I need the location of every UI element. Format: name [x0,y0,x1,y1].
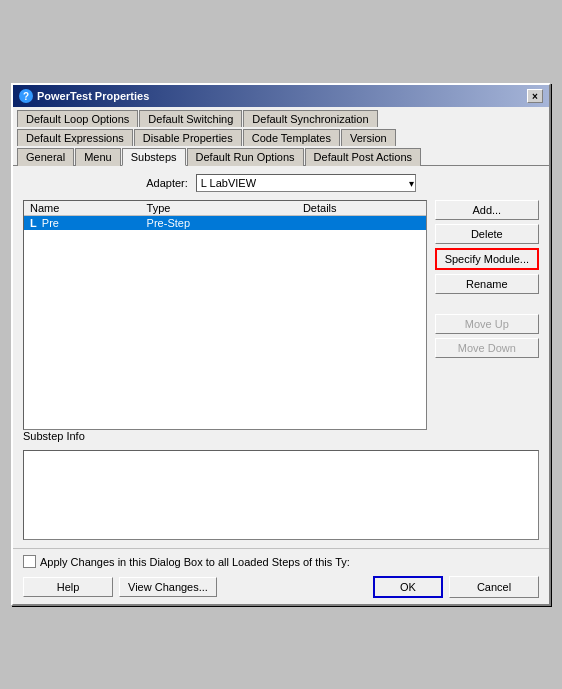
main-area: Name Type Details L Pre Pr [23,200,539,430]
bottom-left-buttons: Help View Changes... [23,577,217,597]
title-bar: ? PowerTest Properties × [13,85,549,107]
col-header-details: Details [297,201,426,216]
move-down-button[interactable]: Move Down [435,338,539,358]
substep-info-label: Substep Info [23,430,539,442]
tab-code-templates[interactable]: Code Templates [243,129,340,146]
button-spacer [435,298,539,310]
tab-default-run-options[interactable]: Default Run Options [187,148,304,166]
main-content: Adapter: L LabVIEW ▾ Name Type [13,166,549,548]
tab-default-post-actions[interactable]: Default Post Actions [305,148,421,166]
bottom-buttons: Help View Changes... OK Cancel [23,576,539,598]
dialog-window: ? PowerTest Properties × Default Loop Op… [11,83,551,606]
tab-default-expressions[interactable]: Default Expressions [17,129,133,146]
tab-rows: Default Loop Options Default Switching D… [13,107,549,166]
row-type-cell: Pre-Step [141,216,297,231]
row-details-cell [297,216,426,231]
title-icon: ? [19,89,33,103]
tab-menu[interactable]: Menu [75,148,121,166]
row-name-cell: L Pre [24,216,141,231]
title-text: PowerTest Properties [37,90,149,102]
adapter-row: Adapter: L LabVIEW ▾ [23,174,539,192]
substeps-table: Name Type Details L Pre Pr [24,201,426,230]
specify-module-button[interactable]: Specify Module... [435,248,539,270]
row-name: Pre [42,217,59,229]
delete-button[interactable]: Delete [435,224,539,244]
view-changes-button[interactable]: View Changes... [119,577,217,597]
cancel-button[interactable]: Cancel [449,576,539,598]
add-button[interactable]: Add... [435,200,539,220]
row-l-icon: L [30,217,37,229]
bottom-right-buttons: OK Cancel [373,576,539,598]
tab-substeps[interactable]: Substeps [122,148,186,166]
tab-default-synchronization[interactable]: Default Synchronization [243,110,377,127]
tab-row-3: General Menu Substeps Default Run Option… [13,145,549,166]
tab-disable-properties[interactable]: Disable Properties [134,129,242,146]
help-button[interactable]: Help [23,577,113,597]
apply-checkbox[interactable] [23,555,36,568]
ok-button[interactable]: OK [373,576,443,598]
table-header-row: Name Type Details [24,201,426,216]
bottom-section: Apply Changes in this Dialog Box to all … [13,548,549,604]
tab-default-switching[interactable]: Default Switching [139,110,242,127]
apply-row: Apply Changes in this Dialog Box to all … [23,555,539,568]
table-row[interactable]: L Pre Pre-Step [24,216,426,231]
adapter-label: Adapter: [146,177,188,189]
adapter-select[interactable]: L LabVIEW [196,174,416,192]
rename-button[interactable]: Rename [435,274,539,294]
tab-default-loop-options[interactable]: Default Loop Options [17,110,138,127]
col-header-type: Type [141,201,297,216]
close-button[interactable]: × [527,89,543,103]
table-container[interactable]: Name Type Details L Pre Pr [23,200,427,430]
tab-row-1: Default Loop Options Default Switching D… [13,107,549,126]
tab-general[interactable]: General [17,148,74,166]
apply-label: Apply Changes in this Dialog Box to all … [40,556,350,568]
adapter-select-wrapper: L LabVIEW ▾ [196,174,416,192]
col-header-name: Name [24,201,141,216]
buttons-section: Add... Delete Specify Module... Rename M… [435,200,539,430]
tab-row-2: Default Expressions Disable Properties C… [13,126,549,145]
move-up-button[interactable]: Move Up [435,314,539,334]
tab-version[interactable]: Version [341,129,396,146]
substep-info-box [23,450,539,540]
table-section: Name Type Details L Pre Pr [23,200,427,430]
